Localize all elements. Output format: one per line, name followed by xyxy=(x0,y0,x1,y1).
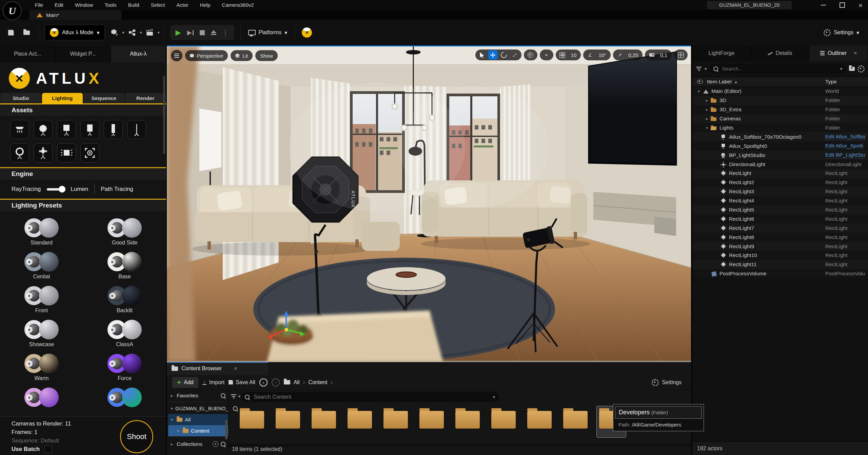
lighting-preset[interactable]: ClassA xyxy=(89,318,160,348)
search-icon[interactable] xyxy=(221,442,225,447)
item-label-column[interactable]: Item Label xyxy=(707,79,731,85)
outliner-row[interactable]: RectLight6 RectLight xyxy=(692,214,868,223)
play-options-kebab-icon[interactable]: ⋮ xyxy=(222,29,229,37)
content-search-input[interactable] xyxy=(253,394,490,400)
level-viewport[interactable]: ATLUX xyxy=(167,45,691,362)
atlux-tab[interactable]: Lighting xyxy=(42,93,83,103)
camera-speed-value[interactable]: 0,1 xyxy=(658,52,670,58)
content-browser-tab[interactable]: Content Browser × xyxy=(167,362,268,375)
rotate-tool-button[interactable] xyxy=(499,50,509,60)
move-tool-button[interactable] xyxy=(488,50,498,60)
outliner-row[interactable]: RectLight4 RectLight xyxy=(692,196,868,205)
folder-tile[interactable] xyxy=(561,406,590,437)
outliner-row[interactable]: RectLight7 RectLight xyxy=(692,223,868,233)
outliner-row[interactable]: ▸ 3D Folder xyxy=(692,96,868,105)
folder-tile[interactable] xyxy=(345,406,374,437)
folder-tile[interactable] xyxy=(417,406,446,437)
cinematics-button[interactable] xyxy=(144,26,156,39)
expand-caret-icon[interactable]: ▾ xyxy=(705,126,709,130)
chevron-down-icon[interactable]: ▾ xyxy=(705,66,707,71)
lighting-preset[interactable]: Backlit xyxy=(89,284,160,314)
outliner-search-bar[interactable]: ▾ xyxy=(709,64,846,74)
lighting-preset[interactable]: Showcase xyxy=(6,318,77,348)
tab-details[interactable]: Details xyxy=(751,45,810,61)
tree-item-content[interactable]: ▾ Content xyxy=(168,425,228,436)
outliner-row[interactable]: RectLight2 RectLight xyxy=(692,178,868,187)
eye-icon[interactable] xyxy=(697,80,703,84)
show-dropdown[interactable]: Show xyxy=(255,50,278,61)
menu-item[interactable]: Build xyxy=(122,0,145,10)
outliner-row[interactable]: RectLight11 RectLight xyxy=(692,260,868,269)
grid-snap-button[interactable] xyxy=(558,50,567,60)
filter-icon[interactable] xyxy=(696,67,702,71)
platforms-dropdown[interactable]: Platforms ▾ xyxy=(248,29,288,36)
lighting-preset[interactable]: Good Side xyxy=(89,217,160,246)
lighting-preset[interactable] xyxy=(6,386,77,409)
type-column[interactable]: Type xyxy=(825,79,837,85)
lighting-preset[interactable]: Warm xyxy=(6,352,77,381)
save-button[interactable] xyxy=(5,26,17,39)
outliner-row[interactable]: ▾ Lights Folder xyxy=(692,123,868,133)
outliner-row[interactable]: RectLight10 RectLight xyxy=(692,251,868,260)
panel-scrollbar[interactable] xyxy=(163,76,165,154)
outliner-row[interactable]: Atlux_Softbox_70x70Octagon0 Edit Atlux_S… xyxy=(692,132,868,141)
expand-caret-icon[interactable]: ▸ xyxy=(705,117,709,121)
favorites-row[interactable]: ▸ Favorites xyxy=(168,390,228,401)
close-icon[interactable]: × xyxy=(234,365,237,372)
asset-led-panel-button[interactable] xyxy=(57,143,76,162)
lighting-preset[interactable]: Force xyxy=(89,352,160,381)
expand-caret-icon[interactable]: ▸ xyxy=(705,107,709,112)
panel-tab[interactable]: Place Act... xyxy=(0,45,55,62)
shoot-button[interactable]: Shoot xyxy=(120,420,153,453)
add-button[interactable]: + Add xyxy=(172,377,198,388)
close-icon[interactable]: × xyxy=(859,2,863,9)
camera-speed-button[interactable] xyxy=(647,50,656,60)
minimize-icon[interactable] xyxy=(821,5,826,5)
level-tab-main[interactable]: Main* xyxy=(29,10,121,20)
perspective-dropdown[interactable]: Perspective xyxy=(185,50,228,61)
menu-item[interactable]: Edit xyxy=(49,0,69,10)
play-icon[interactable]: ▶ xyxy=(176,28,181,37)
atlux-tab[interactable]: Studio xyxy=(0,93,41,103)
lighting-preset[interactable]: Base xyxy=(89,251,160,280)
expand-caret-icon[interactable]: ▸ xyxy=(705,98,709,103)
scale-snap-button[interactable]: ↗ xyxy=(615,50,625,60)
expand-caret-icon[interactable]: ▾ xyxy=(696,89,701,94)
scale-snap-value[interactable]: 0,25 xyxy=(626,52,640,58)
outliner-row[interactable]: ▾ Main (Editor) World xyxy=(692,87,868,96)
asset-ceiling-softbox-button[interactable] xyxy=(10,120,29,139)
menu-item[interactable]: Window xyxy=(69,0,99,10)
outliner-row[interactable]: ▸ 3D_Extra Folder xyxy=(692,105,868,114)
blueprints-button[interactable] xyxy=(126,26,138,39)
grid-snap-value[interactable]: 10 xyxy=(569,52,579,58)
breadcrumb-all[interactable]: All xyxy=(294,379,300,385)
menu-item[interactable]: Select xyxy=(145,0,171,10)
add-actor-button[interactable]: + xyxy=(108,26,121,39)
outliner-row[interactable]: RectLight9 RectLight xyxy=(692,242,868,251)
folder-tile[interactable] xyxy=(237,406,267,437)
rotation-snap-value[interactable]: 10° xyxy=(596,52,609,58)
outliner-row[interactable]: PostProcessVolume PostProcessVolu xyxy=(692,269,868,278)
asset-octabox-button[interactable] xyxy=(34,120,53,139)
back-button[interactable]: ‹ xyxy=(259,378,268,387)
asset-camera-target-button[interactable] xyxy=(80,143,99,162)
view-mode-dropdown[interactable]: Lit xyxy=(231,50,253,61)
eject-icon[interactable] xyxy=(211,30,216,35)
project-row[interactable]: ▾ GUZMAN_EL_BUENO_ xyxy=(168,403,228,414)
save-all-button[interactable]: Save All xyxy=(229,379,255,385)
chevron-down-icon[interactable]: ▾ xyxy=(493,395,495,399)
close-icon[interactable]: × xyxy=(854,50,857,56)
asset-square-softbox-button[interactable] xyxy=(57,120,76,139)
menu-item[interactable]: Tools xyxy=(99,0,122,10)
unreal-logo-icon[interactable]: U xyxy=(3,1,22,20)
lighting-preset[interactable] xyxy=(89,386,160,409)
search-icon[interactable] xyxy=(221,393,225,398)
new-folder-icon[interactable] xyxy=(849,67,855,71)
import-button[interactable]: ↓ Import xyxy=(202,379,224,385)
lighting-preset[interactable]: Cenital xyxy=(6,251,77,280)
tree-scrollbar[interactable] xyxy=(225,420,228,439)
outliner-row[interactable]: RectLight RectLight xyxy=(692,169,868,178)
menu-item[interactable]: Actor xyxy=(171,0,194,10)
folder-tile[interactable] xyxy=(381,406,410,437)
engine-toggle[interactable] xyxy=(47,188,64,191)
